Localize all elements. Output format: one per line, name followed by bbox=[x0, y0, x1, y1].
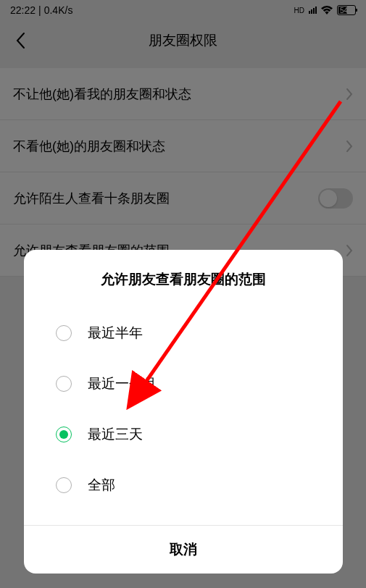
option-label: 全部 bbox=[88, 476, 115, 495]
option-label: 最近半年 bbox=[88, 324, 143, 343]
option-label: 最近一个月 bbox=[88, 374, 157, 393]
action-sheet: 允许朋友查看朋友圈的范围 最近半年 最近一个月 最近三天 全部 取消 bbox=[24, 250, 343, 574]
sheet-title: 允许朋友查看朋友圈的范围 bbox=[24, 250, 343, 302]
radio-icon bbox=[56, 376, 72, 392]
cancel-button[interactable]: 取消 bbox=[24, 525, 343, 574]
radio-icon-selected bbox=[56, 427, 72, 442]
radio-icon bbox=[56, 325, 72, 341]
option-label: 最近三天 bbox=[88, 425, 143, 444]
modal-overlay[interactable]: 允许朋友查看朋友圈的范围 最近半年 最近一个月 最近三天 全部 取消 bbox=[0, 0, 366, 588]
radio-icon bbox=[56, 477, 72, 493]
sheet-options: 最近半年 最近一个月 最近三天 全部 bbox=[24, 302, 343, 525]
option-one-month[interactable]: 最近一个月 bbox=[24, 358, 343, 409]
option-half-year[interactable]: 最近半年 bbox=[24, 308, 343, 358]
option-three-days[interactable]: 最近三天 bbox=[24, 409, 343, 460]
option-all[interactable]: 全部 bbox=[24, 460, 343, 511]
